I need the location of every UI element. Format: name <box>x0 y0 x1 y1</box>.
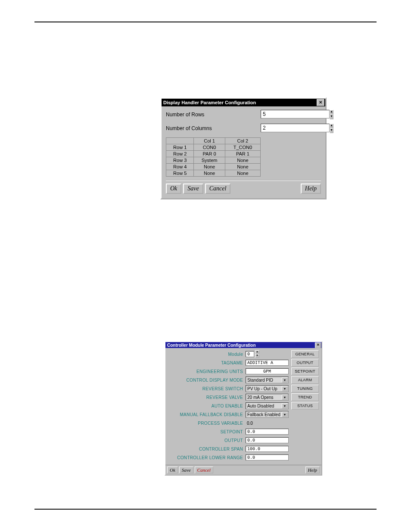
spin-up-icon[interactable]: ▲ <box>255 350 259 354</box>
dialog-title: Controller Module Parameter Configuratio… <box>167 343 256 348</box>
chevron-down-icon[interactable]: ▼ <box>282 395 288 400</box>
spin-up-icon[interactable]: ▲ <box>330 124 333 128</box>
table-row: Row 3 System None <box>166 157 261 164</box>
cancel-button[interactable]: Cancel <box>205 184 231 194</box>
output-label: OUTPUT <box>168 438 246 443</box>
pv-value: 0.0 <box>246 421 253 426</box>
control-mode-select[interactable]: Standard PID▼ <box>246 376 289 383</box>
ok-button[interactable]: Ok <box>167 467 178 473</box>
save-button[interactable]: Save <box>179 467 193 473</box>
chevron-down-icon[interactable]: ▼ <box>282 386 288 391</box>
table-header: Col 1 <box>194 138 225 144</box>
units-label: ENGINEERING UNITS <box>168 369 246 374</box>
dialog-title: Display Handler Parameter Configuration <box>163 100 256 105</box>
tab-status[interactable]: STATUS <box>291 402 319 410</box>
table-row: Row 2 PAR 0 PAR 1 <box>166 151 261 157</box>
fallback-label: MANUAL FALLBACK DISABLE <box>168 412 246 417</box>
close-icon[interactable] <box>317 99 324 106</box>
fallback-select[interactable]: Fallback Enabled▼ <box>246 411 289 418</box>
top-rule <box>34 22 377 22</box>
tagname-label: TAGNAME <box>168 361 246 365</box>
cols-label: Number of Columns <box>166 125 261 131</box>
layout-table: Col 1 Col 2 Row 1 CON0 T_CON0 Row 2 PAR … <box>166 137 261 177</box>
reverse-valve-label: REVERSE VALVE <box>168 395 246 400</box>
spin-up-icon[interactable]: ▲ <box>330 110 333 115</box>
span-input[interactable] <box>246 446 289 452</box>
rows-label: Number of Rows <box>166 112 261 118</box>
span-label: CONTROLLER SPAN <box>168 447 246 451</box>
control-mode-label: CONTROL DISPLAY MODE <box>168 378 246 383</box>
tab-output[interactable]: OUTPUT <box>291 359 319 367</box>
tab-general[interactable]: GENERAL <box>291 350 319 358</box>
bottom-rule <box>34 509 377 510</box>
chevron-down-icon[interactable]: ▼ <box>282 403 288 408</box>
spin-down-icon[interactable]: ▼ <box>255 354 259 358</box>
table-row: Row 4 None None <box>166 164 261 170</box>
pv-label: PROCESS VARIABLE <box>168 421 246 426</box>
close-icon[interactable] <box>315 342 321 348</box>
reverse-switch-label: REVERSE SWITCH <box>168 386 246 391</box>
units-input[interactable] <box>246 368 289 374</box>
tab-alarm[interactable]: ALARM <box>291 376 319 384</box>
chevron-down-icon[interactable]: ▼ <box>282 377 288 383</box>
tab-setpoint[interactable]: SETPOINT <box>291 367 319 375</box>
module-label: Module <box>168 352 246 357</box>
rows-input[interactable] <box>261 110 330 118</box>
output-input[interactable] <box>246 437 289 443</box>
module-input[interactable] <box>246 351 254 357</box>
cancel-button[interactable]: Cancel <box>195 467 213 473</box>
dialog-titlebar[interactable]: Display Handler Parameter Configuration <box>162 99 325 106</box>
table-header: Col 2 <box>225 138 260 144</box>
ok-button[interactable]: Ok <box>166 184 181 194</box>
lower-label: CONTROLLER LOWER RANGE <box>168 455 246 460</box>
table-row: Row 5 None None <box>166 170 261 177</box>
spin-down-icon[interactable]: ▼ <box>330 128 333 133</box>
setpoint-label: SETPOINT <box>168 429 246 434</box>
lower-input[interactable] <box>246 454 289 460</box>
chevron-down-icon[interactable]: ▼ <box>282 412 288 417</box>
save-button[interactable]: Save <box>183 184 203 194</box>
tagname-input[interactable] <box>246 360 289 366</box>
reverse-switch-select[interactable]: PV Up - Out Up▼ <box>246 385 289 392</box>
table-row: Row 1 CON0 T_CON0 <box>166 144 261 151</box>
tab-trend[interactable]: TREND <box>291 393 319 401</box>
controller-module-dialog: Controller Module Parameter Configuratio… <box>165 341 322 476</box>
auto-enable-label: AUTO ENABLE <box>168 404 246 408</box>
help-button[interactable]: Help <box>305 467 320 473</box>
dialog-titlebar[interactable]: Controller Module Parameter Configuratio… <box>165 342 321 348</box>
tab-tuning[interactable]: TUNING <box>291 385 319 392</box>
setpoint-input[interactable] <box>246 429 289 435</box>
help-button[interactable]: Help <box>301 184 321 194</box>
display-handler-dialog: Display Handler Parameter Configuration … <box>160 97 327 199</box>
reverse-valve-select[interactable]: 20 mA Opens▼ <box>246 394 289 401</box>
cols-input[interactable] <box>261 124 330 132</box>
spin-down-icon[interactable]: ▼ <box>330 115 333 119</box>
auto-enable-select[interactable]: Auto Disabled▼ <box>246 402 289 409</box>
table-header <box>166 138 194 144</box>
